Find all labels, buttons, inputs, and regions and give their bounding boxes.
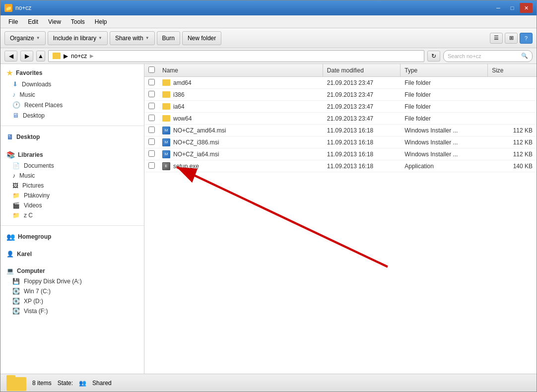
karel-icon: 👤 xyxy=(6,251,14,258)
menu-tools[interactable]: Tools xyxy=(67,17,89,26)
sidebar-item-win7[interactable]: 💽 Win 7 (C:) xyxy=(0,286,144,296)
sidebar-item-documents[interactable]: 📄 Documents xyxy=(0,161,144,171)
column-date-header[interactable]: Date modified xyxy=(323,64,401,76)
sidebar-favorites-label: Favorites xyxy=(16,69,42,76)
burn-button[interactable]: Burn xyxy=(157,31,180,45)
cell-type: Windows Installer ... xyxy=(401,139,488,146)
table-row[interactable]: i386 21.09.2013 23:47 File folder xyxy=(144,89,537,101)
include-library-button[interactable]: Include in library ▼ xyxy=(48,31,108,45)
sidebar-recent-places-label: Recent Places xyxy=(24,102,63,109)
menu-file[interactable]: File xyxy=(4,17,22,26)
help-button[interactable]: ? xyxy=(520,33,533,44)
sidebar-item-desktop[interactable]: 🖥 Desktop xyxy=(0,110,144,121)
sidebar-libraries-section: 📚 Libraries 📄 Documents ♪ Music 🖼 Pictur… xyxy=(0,146,144,223)
sidebar-karel-section: 👤 Karel xyxy=(0,246,144,262)
cell-date: 21.09.2013 23:47 xyxy=(323,91,401,98)
up-button[interactable]: ▲ xyxy=(36,51,45,62)
favorites-star-icon: ★ xyxy=(6,69,13,77)
row-checkbox[interactable] xyxy=(148,115,155,121)
new-folder-button[interactable]: New folder xyxy=(182,31,221,45)
desktop2-icon: 🖥 xyxy=(6,133,13,141)
table-row[interactable]: ia64 21.09.2013 23:47 File folder xyxy=(144,101,537,113)
cell-name: ia64 xyxy=(158,103,323,110)
row-checkbox[interactable] xyxy=(148,150,155,157)
view-layout-button[interactable]: ☰ xyxy=(490,33,503,44)
sidebar-favorites-header: ★ Favorites xyxy=(0,67,144,79)
table-row[interactable]: amd64 21.09.2013 23:47 File folder xyxy=(144,77,537,89)
explorer-window: 📁 no+cz ─ □ ✕ File Edit View Tools Help … xyxy=(0,0,537,392)
refresh-button[interactable]: ↻ xyxy=(427,51,440,62)
file-name: setup.exe xyxy=(173,163,199,170)
table-row[interactable]: wow64 21.09.2013 23:47 File folder xyxy=(144,113,537,125)
table-row[interactable]: E setup.exe 11.09.2013 16:18 Application… xyxy=(144,160,537,172)
row-checkbox[interactable] xyxy=(148,127,155,133)
cell-type: Windows Installer ... xyxy=(401,151,488,158)
cell-date: 11.09.2013 16:18 xyxy=(323,163,401,170)
maximize-button[interactable]: □ xyxy=(506,3,519,13)
sidebar-zc-label: z C xyxy=(24,212,33,219)
address-field[interactable]: ▶ no+cz ▶ xyxy=(48,50,424,62)
downloads-icon: ⬇ xyxy=(12,80,18,88)
include-library-label: Include in library xyxy=(53,35,96,42)
row-checkbox-cell xyxy=(144,150,158,158)
row-checkbox[interactable] xyxy=(148,79,155,85)
sidebar-libraries-label: Libraries xyxy=(18,151,43,158)
address-folder-icon xyxy=(53,53,61,59)
table-row[interactable]: M NO+CZ_ia64.msi 11.09.2013 16:18 Window… xyxy=(144,148,537,160)
forward-button[interactable]: ▶ xyxy=(20,51,33,62)
sidebar-downloads-label: Downloads xyxy=(22,81,51,88)
column-type-header[interactable]: Type xyxy=(401,64,488,76)
new-folder-label: New folder xyxy=(188,35,216,42)
sidebar-item-ptakoviny[interactable]: 📁 Ptákoviny xyxy=(0,191,144,200)
organize-button[interactable]: Organize ▼ xyxy=(4,31,46,45)
cell-size: 112 KB xyxy=(488,127,537,134)
row-checkbox[interactable] xyxy=(148,162,155,169)
sidebar-item-floppy[interactable]: 💾 Floppy Disk Drive (A:) xyxy=(0,276,144,286)
share-with-button[interactable]: Share with ▼ xyxy=(110,31,155,45)
sidebar-item-music[interactable]: ♪ Music xyxy=(0,89,144,100)
table-row[interactable]: M NO+CZ_amd64.msi 11.09.2013 16:18 Windo… xyxy=(144,125,537,136)
win7-icon: 💽 xyxy=(12,288,20,295)
row-checkbox-cell xyxy=(144,127,158,134)
libraries-icon: 📚 xyxy=(6,151,15,159)
sidebar-item-recent-places[interactable]: 🕐 Recent Places xyxy=(0,100,144,110)
status-folder-icon xyxy=(6,375,26,391)
sidebar-item-xp[interactable]: 💽 XP (D:) xyxy=(0,296,144,306)
sidebar-item-pictures[interactable]: 🖼 Pictures xyxy=(0,181,144,191)
xp-icon: 💽 xyxy=(12,298,20,305)
sidebar-karel-label: Karel xyxy=(17,251,32,258)
sidebar-item-downloads[interactable]: ⬇ Downloads xyxy=(0,79,144,89)
address-path-arrow: ▶ xyxy=(90,53,94,59)
close-button[interactable]: ✕ xyxy=(520,3,533,13)
minimize-button[interactable]: ─ xyxy=(492,3,505,13)
ptakoviny-icon: 📁 xyxy=(12,192,20,199)
share-with-chevron: ▼ xyxy=(145,36,149,40)
cell-name: M NO+CZ_ia64.msi xyxy=(158,150,323,158)
row-checkbox[interactable] xyxy=(148,103,155,109)
menu-help[interactable]: Help xyxy=(91,17,111,26)
title-bar-left: 📁 no+cz xyxy=(4,4,31,12)
sidebar-libraries-header: 📚 Libraries xyxy=(0,149,144,161)
sidebar-item-zc[interactable]: 📁 z C xyxy=(0,210,144,220)
documents-icon: 📄 xyxy=(12,162,20,169)
search-field[interactable]: Search no+cz 🔍 xyxy=(443,50,533,62)
menu-edit[interactable]: Edit xyxy=(24,17,42,26)
column-size-header[interactable]: Size xyxy=(488,64,537,76)
sidebar: ★ Favorites ⬇ Downloads ♪ Music 🕐 Recent… xyxy=(0,64,144,374)
back-button[interactable]: ◀ xyxy=(4,51,17,62)
sidebar-item-music2[interactable]: ♪ Music xyxy=(0,171,144,181)
sidebar-item-videos[interactable]: 🎬 Videos xyxy=(0,200,144,210)
row-checkbox[interactable] xyxy=(148,138,155,145)
menu-view[interactable]: View xyxy=(44,17,65,26)
row-checkbox[interactable] xyxy=(148,91,155,97)
sidebar-item-vista[interactable]: 💽 Vista (F:) xyxy=(0,306,144,316)
sidebar-computer-label: Computer xyxy=(17,267,45,274)
status-state-label: State: xyxy=(58,380,73,387)
view-pane-button[interactable]: ⊞ xyxy=(505,33,518,44)
sidebar-music-label: Music xyxy=(20,91,35,98)
sidebar-homegroup-label: Homegroup xyxy=(18,233,51,240)
column-name-header[interactable]: Name xyxy=(158,64,323,76)
file-name: ia64 xyxy=(173,103,185,110)
table-row[interactable]: M NO+CZ_i386.msi 11.09.2013 16:18 Window… xyxy=(144,136,537,148)
select-all-checkbox[interactable] xyxy=(148,66,155,73)
